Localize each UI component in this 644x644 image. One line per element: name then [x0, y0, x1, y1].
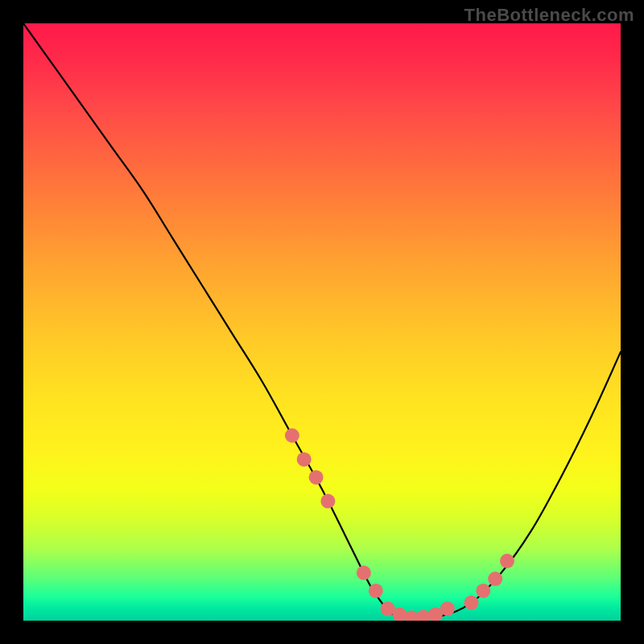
chart-svg [23, 23, 621, 621]
highlight-marker [488, 572, 502, 586]
highlight-marker [464, 596, 479, 610]
bottleneck-curve [23, 23, 621, 618]
highlight-marker [320, 494, 335, 509]
chart-container: TheBottleneck.com [0, 0, 644, 644]
highlight-marker [297, 452, 312, 467]
plot-area [23, 23, 621, 621]
highlight-marker [440, 601, 455, 616]
highlight-marker [476, 584, 490, 598]
highlight-marker [369, 584, 383, 598]
highlight-marker [500, 554, 514, 568]
highlight-markers [285, 428, 514, 621]
highlight-marker [285, 428, 299, 443]
highlight-marker [309, 470, 324, 485]
highlight-marker [357, 566, 371, 580]
curve-group [23, 23, 621, 618]
